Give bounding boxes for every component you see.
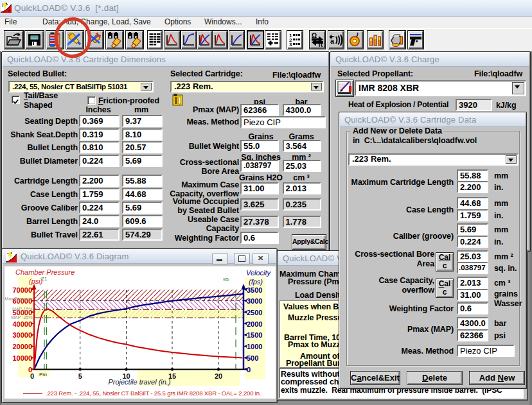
svg-text:Z1: Z1 [41, 276, 48, 282]
svg-text:2500: 2500 [247, 309, 262, 316]
svg-text:Velocity: Velocity [246, 269, 272, 277]
svg-text:Pm: Pm [39, 372, 47, 377]
svg-text:70000: 70000 [12, 286, 32, 294]
svg-text:95: 95 [223, 277, 229, 282]
svg-text:20000: 20000 [12, 343, 32, 350]
svg-text:3: 3 [289, 42, 292, 47]
svg-text:a: a [330, 37, 335, 45]
svg-text:Max Pressure: Max Pressure [4, 297, 32, 301]
svg-text:.223 Rem. - .224, 55, Nosler C: .223 Rem. - .224, 55, Nosler CT BalSilT … [46, 390, 261, 397]
svg-text:(fps): (fps) [249, 278, 263, 286]
svg-text:40000: 40000 [12, 320, 32, 328]
svg-text:0: 0 [247, 366, 251, 374]
svg-text:MAP -25%: MAP -25% [11, 315, 32, 320]
svg-text:0: 0 [30, 372, 34, 380]
svg-text:MAP-15%: MAP-15% [12, 307, 33, 311]
svg-text:Ω: Ω [312, 32, 317, 39]
svg-text:3000: 3000 [247, 297, 262, 305]
svg-text:3500: 3500 [247, 286, 262, 294]
svg-text:Projectile travel (in.): Projectile travel (in.) [108, 378, 171, 386]
svg-text:30000: 30000 [12, 331, 32, 339]
svg-text:500: 500 [247, 354, 258, 362]
svg-text:20: 20 [215, 372, 222, 380]
svg-text:2000: 2000 [247, 320, 262, 328]
svg-text:Chamber Pressure: Chamber Pressure [15, 268, 75, 276]
svg-text:1500: 1500 [247, 331, 262, 339]
svg-text:10000: 10000 [12, 354, 32, 362]
svg-text:1000: 1000 [247, 343, 262, 350]
svg-text:5: 5 [78, 372, 82, 380]
